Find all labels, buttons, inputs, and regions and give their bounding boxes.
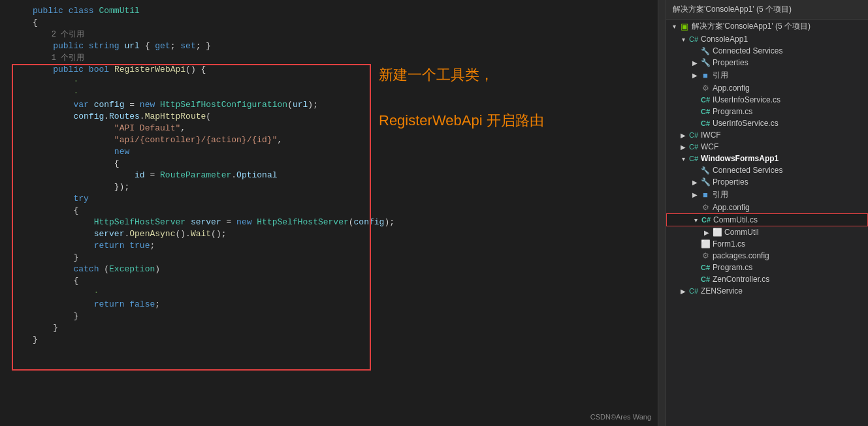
p2-label: Program.cs [713,263,752,272]
tree-item-zencontroller[interactable]: C# ZenController.cs [666,273,868,285]
ref1-icon: ■ [700,70,711,80]
f1-arrow [690,241,700,248]
cuc-icon: ⬜ [712,228,722,237]
tree-item-commutil-cs[interactable]: ▾ C# CommUtil.cs [666,213,868,226]
cs2-arrow [690,167,700,174]
annotation-text2: RegisterWebApi 开启路由 [379,111,627,130]
tree-item-userinfoservice[interactable]: C# UserInfoService.cs [666,117,868,129]
wf-icon: C# [688,155,699,162]
ac2-label: App.config [713,203,750,212]
tree-item-program-1[interactable]: C# Program.cs [666,106,868,117]
tree-item-properties-2[interactable]: ▶ 🔧 Properties [666,176,868,188]
cu-label: CommUtil.cs [713,215,758,224]
p2-arrow [690,264,700,271]
uis-arrow [690,120,700,127]
annotation-area: 新建一个工具类， RegisterWebApi 开启路由 [379,65,627,130]
cs1-label: Connected Services [713,46,782,55]
tree-item-consoleapp1[interactable]: ▾ C# ConsoleApp1 [666,33,868,45]
ac2-arrow [690,204,700,211]
code-line-ref2: 1 个引用 [0,52,658,64]
zs-icon: C# [688,287,699,295]
tree-item-packages-config[interactable]: ⚙ packages.config [666,250,868,262]
code-area: public class CommUtil { 2 个引用 public str… [0,0,658,426]
pc-label: packages.config [713,251,769,260]
tree-item-connected-services-1[interactable]: 🔧 Connected Services [666,45,868,57]
tree-item-appconfig-2[interactable]: ⚙ App.config [666,202,868,213]
uis-icon: C# [700,119,711,127]
prop2-icon: 🔧 [700,177,711,187]
code-line-return-false: return false; [0,299,658,311]
cs2-icon: 🔧 [700,166,711,175]
wcf-arrow: ▶ [678,144,688,151]
consoleapp1-label: ConsoleApp1 [701,35,748,44]
code-line-try-close: } [0,252,658,264]
tree-item-form1[interactable]: ⬜ Form1.cs [666,238,868,250]
zc-arrow [690,276,700,283]
tree-item-iwcf[interactable]: ▶ C# IWCF [666,129,868,141]
p1-label: Program.cs [713,107,752,116]
f1-label: Form1.cs [713,239,745,249]
code-line-ref: 2 个引用 [0,29,658,40]
prop2-label: Properties [713,177,748,187]
uis-label: UserInfoService.cs [713,119,779,128]
code-line-1: public class CommUtil [0,5,658,17]
ref1-arrow: ▶ [690,72,700,79]
consoleapp1-icon: C# [688,35,699,43]
tree-item-appconfig-1[interactable]: ⚙ App.config [666,82,868,94]
pc-icon: ⚙ [700,251,711,260]
iwcf-icon: C# [688,131,699,139]
code-line-method-close: } [0,322,658,334]
code-line-catch-brace: { [0,275,658,287]
f1-icon: ⬜ [700,239,711,249]
ref2-label: 引用 [713,189,728,200]
prop1-arrow: ▶ [690,59,700,67]
prop1-icon: 🔧 [700,58,711,67]
pc-arrow [690,252,700,260]
iwcf-label: IWCF [701,130,721,140]
tree-item-windowsforms[interactable]: ▾ C# WindowsFormsApp1 [666,153,868,164]
tree-item-properties-1[interactable]: ▶ 🔧 Properties [666,57,868,68]
tree-item-commutil-class[interactable]: ▶ ⬜ CommUtil [666,226,868,238]
watermark: CSDN©Ares Wang [590,413,651,421]
code-line-url: public string url { get; set; } [0,40,658,52]
zc-icon: C# [700,275,711,283]
solution-label: 解决方案'ConsoleApp1' (5 个项目) [692,21,811,32]
ref1-label: 引用 [713,70,728,81]
tree-item-connected-services-2[interactable]: 🔧 Connected Services [666,164,868,176]
tree-item-wcf[interactable]: ▶ C# WCF [666,141,868,153]
cs2-label: Connected Services [713,166,782,175]
code-line-class-close: } [0,334,658,346]
wf-label: WindowsFormsApp1 [701,154,779,163]
p1-arrow [690,108,700,115]
cu-arrow: ▾ [690,217,701,224]
iwcf-arrow: ▶ [678,132,688,139]
code-line-route-template: "api/{controller}/{action}/{id}", [0,134,658,146]
code-line-dots3: · [0,287,658,299]
se-header: 解决方案'ConsoleApp1' (5 个项目) [666,0,868,20]
code-line-2: { [0,17,658,29]
cs1-arrow [690,48,700,55]
zs-label: ZENService [701,286,743,296]
tree-item-zenservice[interactable]: ▶ C# ZENService [666,285,868,297]
ac1-icon: ⚙ [700,84,711,93]
iui-arrow [690,97,700,104]
tree-item-solution[interactable]: ▾ ▣ 解决方案'ConsoleApp1' (5 个项目) [666,20,868,33]
code-line-open-async: server.OpenAsync().Wait(); [0,228,658,240]
scrollbar-divider [658,0,666,426]
solution-icon: ▣ [679,22,690,31]
cuc-label: CommUtil [724,228,759,237]
code-line-try: try [0,193,658,205]
solution-arrow: ▾ [669,23,679,30]
wcf-label: WCF [701,142,718,151]
tree-item-program-2[interactable]: C# Program.cs [666,262,868,273]
wf-arrow: ▾ [678,155,688,162]
tree-item-iuserinfo[interactable]: C# IUserInfoService.cs [666,94,868,106]
code-line-brace1: { [0,158,658,170]
code-line-try-brace: { [0,205,658,217]
cu-icon: C# [701,216,711,224]
tree-item-refs-2[interactable]: ▶ ■ 引用 [666,188,868,202]
tree-item-refs-1[interactable]: ▶ ■ 引用 [666,68,868,82]
p2-icon: C# [700,264,711,271]
code-line-end-routes: }); [0,181,658,193]
cs1-icon: 🔧 [700,47,711,55]
